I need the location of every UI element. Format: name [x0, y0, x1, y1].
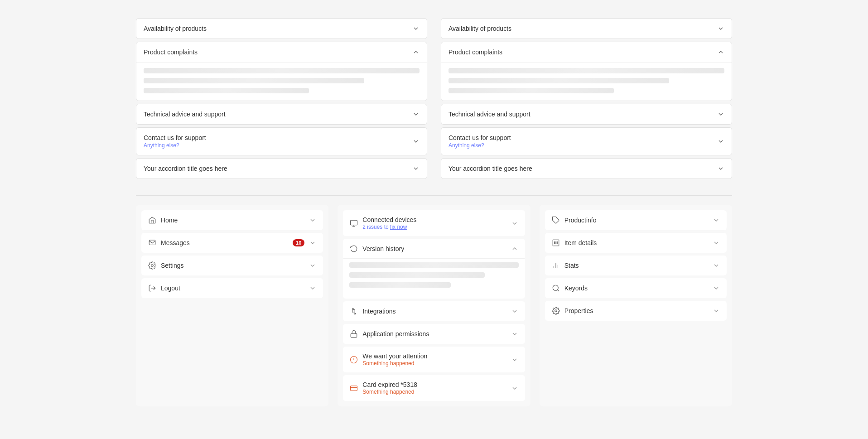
fix-now-link[interactable]: fix now	[390, 224, 407, 230]
svg-rect-6	[351, 333, 357, 337]
version-history-header[interactable]: Version history	[343, 239, 525, 259]
barcode-icon	[552, 239, 560, 247]
accordion-header-contact-right[interactable]: Contact us for support Anything else?	[441, 128, 732, 155]
accordion-header-avail-left[interactable]: Availability of products	[136, 19, 427, 39]
accordion-item-technical-right[interactable]: Technical advice and support	[441, 104, 732, 125]
svg-rect-3	[351, 220, 357, 225]
chevron-down-icon	[309, 217, 316, 224]
svg-rect-10	[351, 386, 357, 391]
attention-sublabel: Something happened	[362, 360, 427, 367]
productinfo-right	[713, 217, 720, 224]
nav-item-messages-label: Messages	[161, 239, 190, 246]
stats-label: Stats	[564, 262, 579, 269]
accordion-item-avail-left[interactable]: Availability of products	[136, 18, 427, 39]
accordion-body-complaints-right	[441, 62, 732, 101]
properties-left: Properties	[552, 307, 593, 315]
stats-left: Stats	[552, 261, 579, 270]
panel-item-item-details[interactable]: Item details	[545, 233, 727, 253]
panel-item-app-permissions[interactable]: Application permissions	[343, 324, 525, 344]
chevron-up-icon	[412, 48, 420, 56]
accordion-item-avail-right[interactable]: Availability of products	[441, 18, 732, 39]
attention-left: We want your attention Something happene…	[350, 352, 427, 367]
keywords-label: Keyords	[564, 285, 588, 292]
product-panel: Productinfo Item details	[540, 205, 732, 406]
nav-item-settings[interactable]: Settings	[141, 256, 323, 275]
panel-item-version-history[interactable]: Version history	[343, 239, 525, 299]
accordion-title-custom-right: Your accordion title goes here	[448, 165, 532, 172]
chevron-down-icon	[309, 262, 316, 269]
accordion-header-left-contact-right: Contact us for support Anything else?	[448, 134, 511, 149]
accordion-title-complaints-left: Product complaints	[144, 48, 198, 56]
nav-item-logout[interactable]: Logout	[141, 278, 323, 298]
accordion-item-complaints-right[interactable]: Product complaints	[441, 42, 732, 101]
svg-point-19	[555, 310, 557, 312]
integrations-left: Integrations	[350, 307, 395, 315]
accordion-header-contact-left[interactable]: Contact us for support Anything else?	[136, 128, 427, 155]
panel-item-card-expired[interactable]: Card expired *5318 Something happened	[343, 375, 525, 401]
accordion-header-complaints-right[interactable]: Product complaints	[441, 42, 732, 62]
attention-label-wrap: We want your attention Something happene…	[362, 352, 427, 367]
accordion-header-technical-left[interactable]: Technical advice and support	[136, 104, 427, 124]
accordion-item-technical-left[interactable]: Technical advice and support	[136, 104, 427, 125]
nav-item-logout-label: Logout	[161, 285, 180, 292]
version-history-right	[511, 245, 518, 252]
accordion-title-contact-right: Contact us for support	[448, 134, 511, 141]
version-history-left: Version history	[350, 245, 404, 253]
accordion-header-technical-right[interactable]: Technical advice and support	[441, 104, 732, 124]
skeleton-line	[448, 78, 669, 83]
skeleton-line	[144, 68, 420, 73]
accordion-item-complaints-left[interactable]: Product complaints	[136, 42, 427, 101]
nav-item-messages[interactable]: Messages 10	[141, 233, 323, 253]
card-icon	[350, 384, 358, 392]
skeleton-line	[349, 272, 485, 278]
nav-item-logout-left: Logout	[148, 284, 180, 292]
skeleton-line	[448, 68, 724, 73]
app-permissions-right	[511, 330, 518, 338]
accordion-item-custom-left[interactable]: Your accordion title goes here	[136, 158, 427, 179]
chevron-down-icon	[412, 111, 420, 118]
stats-icon	[552, 261, 560, 270]
accordion-header-custom-right[interactable]: Your accordion title goes here	[441, 159, 732, 178]
nav-item-logout-right	[309, 285, 316, 292]
accordion-header-complaints-left[interactable]: Product complaints	[136, 42, 427, 62]
nav-item-messages-left: Messages	[148, 239, 190, 247]
skeleton-line	[448, 88, 614, 93]
panel-item-productinfo[interactable]: Productinfo	[545, 210, 727, 230]
card-expired-label-wrap: Card expired *5318 Something happened	[362, 381, 417, 395]
card-expired-label: Card expired *5318	[362, 381, 417, 388]
panel-item-keywords[interactable]: Keyords	[545, 278, 727, 298]
connected-panel: Connected devices 2 issues to fix now	[338, 205, 530, 406]
accordion-subtitle-contact-left: Anything else?	[144, 142, 206, 149]
chevron-up-icon	[511, 245, 518, 252]
history-icon	[350, 245, 358, 253]
accordion-item-contact-right[interactable]: Contact us for support Anything else?	[441, 127, 732, 155]
chevron-up-icon	[717, 48, 724, 56]
panel-item-attention[interactable]: We want your attention Something happene…	[343, 347, 525, 372]
panel-item-properties[interactable]: Properties	[545, 301, 727, 321]
nav-item-settings-left: Settings	[148, 261, 184, 270]
card-expired-right	[511, 385, 518, 392]
section-divider	[136, 195, 732, 196]
panel-item-connected-devices[interactable]: Connected devices 2 issues to fix now	[343, 210, 525, 236]
keywords-right	[713, 285, 720, 292]
accordion-header-avail-right[interactable]: Availability of products	[441, 19, 732, 39]
tag-icon	[552, 216, 560, 224]
nav-item-home-right	[309, 217, 316, 224]
accordion-item-contact-left[interactable]: Contact us for support Anything else?	[136, 127, 427, 155]
nav-item-home[interactable]: Home	[141, 210, 323, 230]
svg-line-18	[557, 289, 559, 291]
chevron-down-icon	[717, 165, 724, 172]
properties-right	[713, 307, 720, 314]
nav-item-settings-label: Settings	[161, 262, 184, 269]
accordion-header-custom-left[interactable]: Your accordion title goes here	[136, 159, 427, 178]
svg-rect-0	[149, 240, 155, 245]
integrations-icon	[350, 307, 358, 315]
panel-item-integrations[interactable]: Integrations	[343, 301, 525, 321]
app-permissions-left: Application permissions	[350, 330, 429, 338]
accordion-item-custom-right[interactable]: Your accordion title goes here	[441, 158, 732, 179]
messages-icon	[148, 239, 156, 247]
version-history-body	[343, 259, 525, 299]
panel-item-stats[interactable]: Stats	[545, 256, 727, 275]
accordion-title-avail-left: Availability of products	[144, 25, 207, 32]
connected-devices-right	[511, 220, 518, 227]
